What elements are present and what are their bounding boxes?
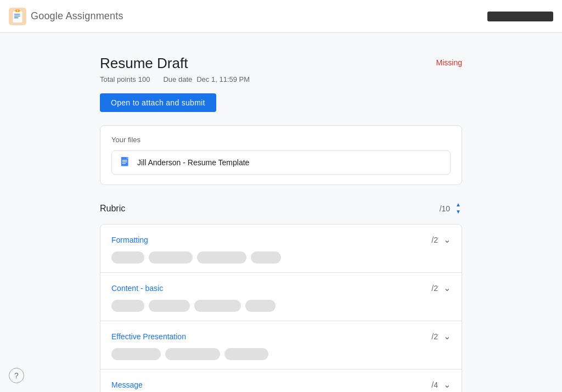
rubric-card: Formatting /2 ⌄ Content - basic /2 ⌄ xyxy=(100,224,462,392)
tag xyxy=(245,300,276,312)
svg-rect-1 xyxy=(13,11,23,23)
footer: ? xyxy=(9,368,24,383)
rubric-item-right-effective-presentation: /2 ⌄ xyxy=(431,331,451,341)
rubric-item-score-formatting: /2 xyxy=(431,236,438,244)
svg-point-6 xyxy=(17,10,18,11)
rubric-total-score: /10 xyxy=(440,204,450,213)
rubric-item-title-effective-presentation[interactable]: Effective Presentation xyxy=(111,332,186,341)
tag xyxy=(194,300,241,312)
tag xyxy=(149,251,193,264)
svg-rect-2 xyxy=(14,14,20,15)
rubric-expand-message[interactable]: ⌄ xyxy=(443,379,451,390)
rubric-score-area: /10 ▲ ▼ xyxy=(440,201,462,215)
tag xyxy=(224,348,268,360)
files-label: Your files xyxy=(111,136,451,144)
assignment-meta: Total points 100 Due date Dec 1, 11:59 P… xyxy=(100,75,462,83)
tag xyxy=(111,300,144,312)
rubric-item-right-content-basic: /2 ⌄ xyxy=(431,283,451,293)
rubric-item-header-message: Message /4 ⌄ xyxy=(111,379,451,390)
rubric-down-arrow[interactable]: ▼ xyxy=(454,209,462,215)
total-points-value: 100 xyxy=(138,75,150,83)
due-date-label: Due date xyxy=(163,75,192,83)
rubric-item-right-message: /4 ⌄ xyxy=(431,379,451,390)
rubric-up-arrow[interactable]: ▲ xyxy=(454,201,462,208)
assignment-title: Resume Draft xyxy=(100,55,188,72)
rubric-item-header-effective-presentation: Effective Presentation /2 ⌄ xyxy=(111,331,451,341)
rubric-item-message: Message /4 ⌄ xyxy=(100,369,462,392)
file-item[interactable]: Jill Anderson - Resume Template xyxy=(111,150,451,175)
rubric-item-score-effective-presentation: /2 xyxy=(431,332,438,341)
file-name: Jill Anderson - Resume Template xyxy=(137,158,249,167)
logo-area: Google Assignments xyxy=(9,8,123,25)
main-content: Resume Draft Missing Total points 100 Du… xyxy=(89,33,473,392)
app-header: Google Assignments xyxy=(0,0,562,33)
rubric-item-effective-presentation: Effective Presentation /2 ⌄ xyxy=(100,321,462,369)
tag xyxy=(149,300,190,312)
rubric-item-title-formatting[interactable]: Formatting xyxy=(111,236,148,244)
total-points-label: Total points xyxy=(100,75,136,83)
tag xyxy=(197,251,246,264)
rubric-item-formatting: Formatting /2 ⌄ xyxy=(100,225,462,273)
rubric-tags-effective-presentation xyxy=(111,348,451,360)
svg-rect-8 xyxy=(122,160,127,160)
svg-rect-3 xyxy=(14,15,20,16)
files-card: Your files Jill Anderson - Resume Templa… xyxy=(100,125,462,185)
total-points-item: Total points 100 xyxy=(100,75,150,83)
app-title: Google Assignments xyxy=(31,10,123,22)
tag xyxy=(111,348,161,360)
rubric-item-content-basic: Content - basic /2 ⌄ xyxy=(100,273,462,321)
assignment-header: Resume Draft Missing xyxy=(100,55,462,72)
rubric-title: Rubric xyxy=(100,204,125,214)
help-button[interactable]: ? xyxy=(9,368,24,383)
rubric-item-score-content-basic: /2 xyxy=(431,284,438,293)
app-logo-icon xyxy=(9,8,26,25)
tag xyxy=(111,251,144,264)
rubric-item-title-content-basic[interactable]: Content - basic xyxy=(111,284,163,293)
rubric-item-header-content-basic: Content - basic /2 ⌄ xyxy=(111,283,451,293)
svg-rect-10 xyxy=(122,163,126,164)
header-account-area xyxy=(487,12,553,21)
submit-button[interactable]: Open to attach and submit xyxy=(100,93,216,112)
rubric-stepper[interactable]: ▲ ▼ xyxy=(454,201,462,215)
rubric-tags-content-basic xyxy=(111,300,451,312)
rubric-item-right-formatting: /2 ⌄ xyxy=(431,234,451,245)
due-date-item: Due date Dec 1, 11:59 PM xyxy=(163,75,250,83)
tag xyxy=(165,348,220,360)
svg-rect-4 xyxy=(14,17,19,18)
rubric-header: Rubric /10 ▲ ▼ xyxy=(100,201,462,215)
rubric-item-title-message[interactable]: Message xyxy=(111,380,143,389)
tag xyxy=(251,251,281,264)
rubric-expand-content-basic[interactable]: ⌄ xyxy=(443,283,451,293)
rubric-item-score-message: /4 xyxy=(431,380,438,389)
rubric-tags-formatting xyxy=(111,251,451,264)
rubric-expand-formatting[interactable]: ⌄ xyxy=(443,234,451,245)
svg-rect-9 xyxy=(122,161,127,162)
rubric-item-header-formatting: Formatting /2 ⌄ xyxy=(111,234,451,245)
missing-badge: Missing xyxy=(436,55,462,67)
google-docs-icon xyxy=(120,156,132,169)
due-date-val: Dec 1, 11:59 PM xyxy=(196,75,250,83)
rubric-expand-effective-presentation[interactable]: ⌄ xyxy=(443,331,451,341)
